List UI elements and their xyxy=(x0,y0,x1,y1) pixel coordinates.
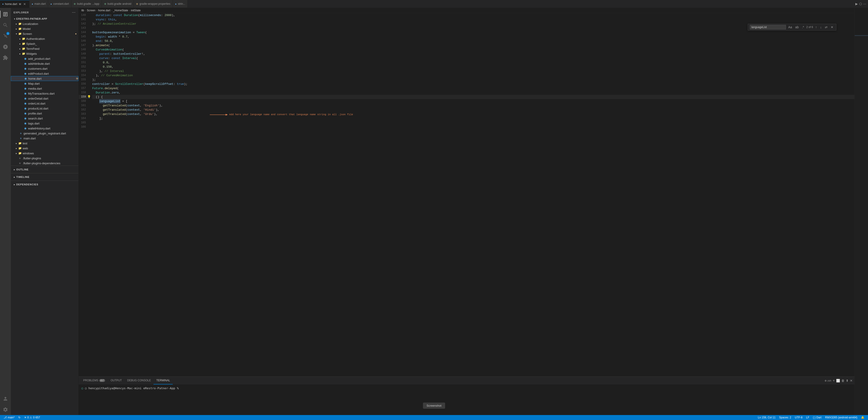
sidebar-item-test[interactable]: 📁 test xyxy=(11,141,79,146)
timeline-label: TIMELINE xyxy=(16,176,29,178)
panel-tab-problems[interactable]: PROBLEMS 657 xyxy=(81,377,108,385)
find-close-button[interactable]: ✕ xyxy=(830,25,834,29)
lightbulb-icon[interactable]: 💡 xyxy=(87,95,91,99)
find-option-ab[interactable]: ab xyxy=(794,25,800,29)
sidebar-item-order-list[interactable]: ◉ orderList.dart xyxy=(11,101,79,106)
status-spaces[interactable]: Spaces: 2 xyxy=(777,416,793,419)
find-option-aa[interactable]: Aa xyxy=(787,25,793,29)
maximize-panel-button[interactable]: ⬆ xyxy=(846,379,848,383)
split-terminal-button[interactable]: ⬜ xyxy=(836,379,840,383)
status-position[interactable]: Ln 159, Col 11 xyxy=(756,416,777,419)
sidebar-item-tags[interactable]: ◉ tags.dart xyxy=(11,121,79,126)
sidebar-item-splash[interactable]: 📁 Splash_ xyxy=(11,41,79,46)
find-option-regex[interactable]: .* xyxy=(801,25,805,29)
sidebar-item-add-product[interactable]: ◉ add_product.dart xyxy=(11,56,79,61)
tab-main[interactable]: ● main.dart xyxy=(29,0,48,8)
line-num-164: 164 xyxy=(79,116,88,121)
sidebar-item-flutter-plugins[interactable]: ≡ .flutter-plugins xyxy=(11,156,79,161)
activity-account[interactable] xyxy=(0,393,11,404)
terminal-content[interactable]: ○ ○ hencypithadiya@Hencys-Mac-mini eRest… xyxy=(79,385,855,415)
activity-settings[interactable] xyxy=(0,404,11,415)
tab-build-gradle-android[interactable]: ⚙ build.gradle android xyxy=(102,0,134,8)
sidebar-item-web[interactable]: 📁 web xyxy=(11,146,79,151)
tab-gradle-wrapper[interactable]: ⚙ gradle-wrapper.properties xyxy=(134,0,173,8)
status-notifications[interactable]: 🔔 xyxy=(859,416,866,419)
sidebar-item-main[interactable]: ≡ main.dart xyxy=(11,136,79,141)
dart-file-icon-home: ◉ xyxy=(24,77,27,80)
sidebar-item-model[interactable]: 📁 Model xyxy=(11,26,79,31)
breadcrumb-home-dart[interactable]: home.dart xyxy=(98,9,110,12)
sidebar-item-media[interactable]: ◉ media.dart xyxy=(11,86,79,91)
activity-extensions[interactable] xyxy=(0,52,11,63)
sidebar-item-profile[interactable]: ◉ profile.dart xyxy=(11,111,79,116)
sidebar-item-generated-plugin[interactable]: ≡ generated_plugin_registrant.dart xyxy=(11,131,79,136)
breadcrumb-init-state[interactable]: initState xyxy=(131,9,141,12)
tab-constant[interactable]: ● constant.dart xyxy=(48,0,71,8)
sidebar-item-screen[interactable]: 📁 Screen ● xyxy=(11,31,79,36)
sidebar-item-termfeed[interactable]: 📁 TermFeed xyxy=(11,46,79,51)
sidebar-item-search[interactable]: ◉ search.dart xyxy=(11,116,79,121)
find-input[interactable] xyxy=(750,25,786,29)
run-button[interactable]: ▶ xyxy=(855,2,858,6)
sidebar-item-localization[interactable]: 📁 Localization xyxy=(11,21,79,26)
breadcrumb-lib[interactable]: lib xyxy=(81,9,84,12)
spacer15 xyxy=(20,127,24,130)
panel-tab-debug-console[interactable]: DEBUG CONSOLE xyxy=(125,377,154,385)
panel-tab-output[interactable]: OUTPUT xyxy=(108,377,124,385)
sidebar-item-add-attribute[interactable]: ◉ addAttribute.dart xyxy=(11,61,79,66)
sidebar-item-my-transactions[interactable]: ◉ MyTransactions.dart xyxy=(11,91,79,96)
sidebar-item-authentication[interactable]: 📁 Authentication xyxy=(11,36,79,41)
status-language[interactable]: { } Dart xyxy=(811,416,823,419)
find-next-button[interactable]: ↓ xyxy=(819,25,823,29)
language-icon: { } xyxy=(813,416,815,419)
timeline-header[interactable]: TIMELINE xyxy=(11,174,79,180)
close-panel-button[interactable]: ✕ xyxy=(850,379,852,383)
tab-home[interactable]: ● home.dart M ✕ xyxy=(0,0,29,8)
status-sync[interactable]: ↻ xyxy=(17,415,22,420)
spacer12 xyxy=(20,112,24,115)
sidebar-item-product-list[interactable]: ◉ productList.dart xyxy=(11,106,79,111)
flutter-icon-generated: ≡ xyxy=(19,132,23,135)
debug-button[interactable]: ⬡ xyxy=(859,2,862,6)
spacer5 xyxy=(20,77,24,80)
activity-run[interactable] xyxy=(0,41,11,52)
add-terminal-button[interactable]: + xyxy=(833,379,835,383)
more-button[interactable]: ⋯ xyxy=(863,2,866,6)
tab-string[interactable]: ● strin... xyxy=(173,0,188,8)
sidebar-item-home[interactable]: ◉ home.dart M xyxy=(11,76,79,81)
breadcrumb-home-state[interactable]: _HomeState xyxy=(113,9,128,12)
sidebar-item-widgets[interactable]: 📁 Widgets xyxy=(11,51,79,56)
sidebar-item-flutter-plugins-deps[interactable]: ≡ .flutter-plugins-dependencies xyxy=(11,161,79,166)
dart-file-icon-wallet-history: ◉ xyxy=(24,127,27,130)
tab-close-button[interactable]: ✕ xyxy=(22,2,27,6)
find-prev-button[interactable]: ↑ xyxy=(814,25,818,29)
status-line-ending[interactable]: LF xyxy=(804,416,811,419)
sidebar-item-wallet-history[interactable]: ◉ walletHistory.dart xyxy=(11,126,79,131)
sidebar-item-windows[interactable]: 📁 windows xyxy=(11,151,79,156)
more-options-icon[interactable]: ⋯ xyxy=(72,10,76,15)
activity-search[interactable] xyxy=(0,20,11,31)
find-widget[interactable]: Aa ab .* 2 of 6 ↑ ↓ ⇄ ✕ xyxy=(748,24,836,31)
status-errors[interactable]: ✕ 0 ⚠ 0 657 xyxy=(22,415,42,420)
status-branch[interactable]: ⎇ main* xyxy=(2,415,17,420)
tab-build-gradle-app[interactable]: ⚙ build.gradle .../app xyxy=(71,0,102,8)
kill-terminal-button[interactable]: 🗑 xyxy=(841,379,844,383)
tree-project-root[interactable]: ERESTRO-PATNER-APP xyxy=(11,16,79,21)
panel-tab-terminal[interactable]: TERMINAL xyxy=(153,377,173,385)
tab-label-gradle-wrapper: gradle-wrapper.properties xyxy=(140,2,170,5)
problems-badge: 657 xyxy=(99,379,105,382)
outline-header[interactable]: OUTLINE xyxy=(11,167,79,172)
sidebar-item-map[interactable]: ◉ Map.dart xyxy=(11,81,79,86)
activity-explorer[interactable] xyxy=(0,9,11,20)
editor-content[interactable]: 140 141 142 143 144 145 146 147 148 149 … xyxy=(79,13,855,376)
gradle-icon2: ⚙ xyxy=(104,3,106,5)
activity-source-control[interactable]: 1 xyxy=(0,31,11,41)
status-device[interactable]: RMX3265 (android-arm64) xyxy=(823,416,859,419)
find-replace-toggle[interactable]: ⇄ xyxy=(824,25,829,29)
sidebar-item-edit-product[interactable]: ◉ editProduct.dart xyxy=(11,71,79,76)
status-encoding[interactable]: UTF-8 xyxy=(793,416,804,419)
sidebar-item-customers[interactable]: ◉ customers.dart xyxy=(11,66,79,71)
sidebar-item-order-detail[interactable]: ◉ orderDetail.dart xyxy=(11,96,79,101)
dependencies-header[interactable]: DEPENDENCIES xyxy=(11,182,79,187)
breadcrumb-screen[interactable]: Screen xyxy=(87,9,95,12)
